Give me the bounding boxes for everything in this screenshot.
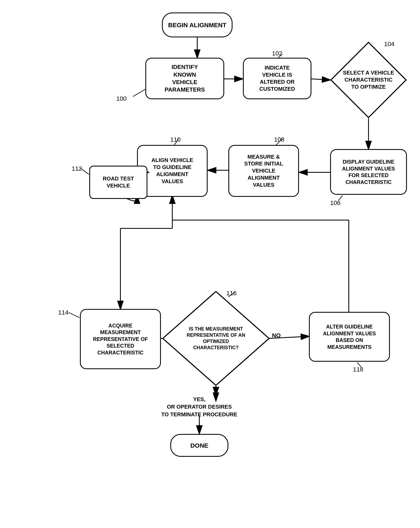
ref-118: 118 xyxy=(353,366,363,373)
done-box: DONE xyxy=(170,434,228,457)
ref-104: 104 xyxy=(384,40,395,48)
align-vehicle-box: ALIGN VEHICLETO GUIDELINEALIGNMENTVALUES xyxy=(137,145,208,197)
road-test-box: ROAD TESTVEHICLE xyxy=(89,166,147,199)
align-vehicle-label: ALIGN VEHICLETO GUIDELINEALIGNMENTVALUES xyxy=(152,157,193,185)
acquire-box: ACQUIREMEASUREMENTREPRESENTATIVE OFSELEC… xyxy=(80,309,161,369)
ref-102: 102 xyxy=(272,50,282,57)
measure-store-box: MEASURE &STORE INITIALVEHICLEALIGNMENTVA… xyxy=(228,145,299,197)
svg-line-19 xyxy=(133,89,145,96)
select-characteristic-diamond: SELECT A VEHICLECHARACTERISTICTO OPTIMIZ… xyxy=(330,42,407,118)
begin-alignment-label: BEGIN ALIGNMENT xyxy=(168,21,227,29)
display-guideline-label: DISPLAY GUIDELINEALIGNMENT VALUESFOR SEL… xyxy=(342,158,395,185)
measure-store-label: MEASURE &STORE INITIALVEHICLEALIGNMENTVA… xyxy=(244,154,283,189)
ref-116: 116 xyxy=(226,290,237,297)
identify-box: IDENTIFYKNOWNVEHICLEPARAMETERS xyxy=(145,58,224,99)
ref-112: 112 xyxy=(72,165,82,172)
done-label: DONE xyxy=(190,441,208,450)
ref-106: 106 xyxy=(330,199,340,206)
indicate-box: INDICATEVEHICLE ISALTERED ORCUSTOMIZED xyxy=(243,58,312,99)
ref-114: 114 xyxy=(58,309,69,316)
indicate-label: INDICATEVEHICLE ISALTERED ORCUSTOMIZED xyxy=(259,64,295,92)
is-optimized-diamond: IS THE MEASUREMENTREPRESENTATIVE OF ANOP… xyxy=(162,291,270,386)
yes-terminate-label: YES,OR OPERATOR DESIRESTO TERMINATE PROC… xyxy=(141,396,257,418)
flowchart: BEGIN ALIGNMENT IDENTIFYKNOWNVEHICLEPARA… xyxy=(0,0,420,528)
alter-guideline-label: ALTER GUIDELINEALIGNMENT VALUESBASED ONM… xyxy=(323,323,376,350)
ref-100: 100 xyxy=(116,95,127,102)
svg-line-28 xyxy=(69,312,80,318)
ref-108: 108 xyxy=(274,136,284,143)
is-optimized-label: IS THE MEASUREMENTREPRESENTATIVE OF ANOP… xyxy=(187,326,245,351)
alter-guideline-box: ALTER GUIDELINEALIGNMENT VALUESBASED ONM… xyxy=(309,312,390,362)
road-test-label: ROAD TESTVEHICLE xyxy=(103,175,134,189)
begin-alignment-box: BEGIN ALIGNMENT xyxy=(162,12,232,37)
svg-line-3 xyxy=(312,79,330,80)
acquire-label: ACQUIREMEASUREMENTREPRESENTATIVE OFSELEC… xyxy=(93,322,148,356)
identify-label: IDENTIFYKNOWNVEHICLEPARAMETERS xyxy=(165,63,205,94)
no-label: NO xyxy=(272,332,281,339)
select-characteristic-label: SELECT A VEHICLECHARACTERISTICTO OPTIMIZ… xyxy=(343,69,394,90)
display-guideline-box: DISPLAY GUIDELINEALIGNMENT VALUESFOR SEL… xyxy=(330,149,407,195)
ref-110: 110 xyxy=(170,136,181,143)
